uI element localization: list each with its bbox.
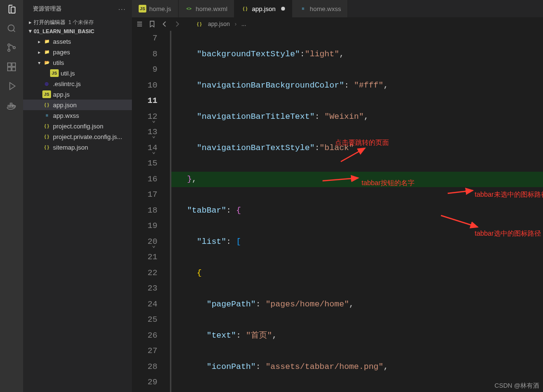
tree-file-util-js[interactable]: JSutil.js: [23, 68, 132, 78]
svg-rect-7: [12, 63, 15, 66]
svg-point-2: [8, 49, 10, 51]
open-editors-label: 打开的编辑器: [34, 19, 65, 26]
tree-file-app-js[interactable]: JSapp.js: [23, 89, 132, 100]
editor-area: JShome.js <>home.wxml { }app.json ⌗home.…: [132, 0, 543, 392]
watermark: CSDN @林有酒: [494, 381, 539, 390]
open-editors-header[interactable]: ▸ 打开的编辑器 1 个未保存: [23, 18, 132, 27]
tab-app-json[interactable]: { }app.json: [234, 0, 292, 17]
chevron-down-icon: ▾: [27, 28, 34, 34]
debug-icon[interactable]: [6, 81, 17, 91]
activity-bar: [0, 0, 23, 392]
fold-icon[interactable]: ⌄: [149, 128, 155, 135]
tab-bar: JShome.js <>home.wxml { }app.json ⌗home.…: [132, 0, 543, 17]
fold-icon[interactable]: ⌄: [149, 144, 155, 151]
unsaved-badge: 1 个未保存: [68, 19, 94, 26]
chevron-right-icon: ›: [234, 21, 236, 27]
svg-rect-11: [10, 103, 12, 105]
fold-icon[interactable]: ⌄: [149, 238, 155, 245]
svg-rect-8: [8, 105, 10, 107]
tab-home-wxml[interactable]: <>home.wxml: [179, 0, 235, 17]
tree-file-project-private[interactable]: { }project.private.config.js...: [23, 131, 132, 142]
fold-icon[interactable]: ⌄: [149, 113, 155, 120]
bookmark-icon[interactable]: [148, 20, 156, 28]
breadcrumb-file[interactable]: app.json: [208, 21, 230, 27]
svg-point-1: [8, 44, 10, 46]
json-icon: { }: [195, 20, 203, 28]
modified-dot-icon: [281, 7, 285, 11]
tab-home-js[interactable]: JShome.js: [132, 0, 179, 17]
sidebar-title: 资源管理器: [33, 5, 62, 13]
nav-forward-icon[interactable]: [173, 20, 181, 28]
tree-file-sitemap[interactable]: { }sitemap.json: [23, 142, 132, 152]
tree-file-app-json[interactable]: { }app.json: [23, 100, 132, 110]
sidebar-header: 资源管理器 ···: [23, 0, 132, 18]
svg-rect-4: [8, 63, 11, 66]
arrow-icon: [447, 188, 476, 196]
tree-file-app-wxss[interactable]: ⌗app.wxss: [23, 110, 132, 121]
tree-folder-assets[interactable]: ▸📁assets: [23, 36, 132, 47]
tab-home-wxss[interactable]: ⌗home.wxss: [292, 0, 348, 17]
breadcrumb-rest[interactable]: ...: [241, 21, 246, 27]
explorer-icon[interactable]: [6, 4, 17, 14]
file-tree: ▸📁assets ▸📁pages ▾📂utils JSutil.js ◎.esl…: [23, 35, 132, 153]
extensions-icon[interactable]: [6, 62, 17, 72]
search-icon[interactable]: [6, 23, 17, 34]
project-name: 01_LEARN_MINI_BASIC: [34, 28, 94, 34]
more-icon[interactable]: ···: [118, 6, 126, 13]
svg-rect-6: [12, 67, 15, 71]
docker-icon[interactable]: [6, 100, 17, 111]
nav-back-icon[interactable]: [161, 20, 168, 28]
annotation-icon-path: tabbar未选中的图标路径: [475, 187, 543, 202]
line-gutter: 7 8 9 10 11 12⌄ 13⌄ 14⌄ 15 16 17 18 19 2…: [132, 31, 171, 392]
tree-file-project-config[interactable]: { }project.config.json: [23, 121, 132, 131]
project-header[interactable]: ▾ 01_LEARN_MINI_BASIC: [23, 27, 132, 35]
chevron-right-icon: ▸: [27, 19, 34, 25]
svg-rect-5: [8, 67, 11, 71]
tree-folder-utils[interactable]: ▾📂utils: [23, 57, 132, 68]
code-content[interactable]: "backgroundTextStyle":"light", "navigati…: [171, 31, 543, 392]
sidebar: 资源管理器 ··· ▸ 打开的编辑器 1 个未保存 ▾ 01_LEARN_MIN…: [23, 0, 132, 392]
svg-rect-9: [10, 105, 12, 107]
list-icon[interactable]: [136, 20, 143, 28]
tree-file-eslintrc[interactable]: ◎.eslintrc.js: [23, 78, 132, 89]
breadcrumb: { } app.json › ...: [132, 17, 543, 31]
tree-folder-pages[interactable]: ▸📁pages: [23, 47, 132, 57]
source-control-icon[interactable]: [6, 42, 17, 53]
svg-line-14: [448, 190, 473, 193]
svg-point-0: [8, 25, 14, 31]
code-editor[interactable]: 7 8 9 10 11 12⌄ 13⌄ 14⌄ 15 16 17 18 19 2…: [132, 31, 543, 392]
